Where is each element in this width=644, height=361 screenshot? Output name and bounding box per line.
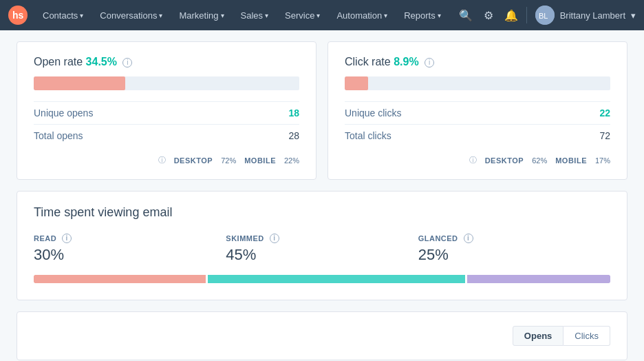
info-small-icon: ⓘ xyxy=(158,155,166,165)
mobile-label: MOBILE xyxy=(244,156,276,165)
main-content: Open rate 34.5% i Unique opens 18 Total … xyxy=(0,30,644,361)
desktop-value: 72% xyxy=(221,156,236,165)
glanced-value: 25% xyxy=(418,246,610,264)
skimmed-value: 45% xyxy=(226,246,418,264)
nav-item-reports[interactable]: Reports ▾ xyxy=(397,0,448,30)
svg-text:hs: hs xyxy=(12,10,24,21)
click-rate-card: Click rate 8.9% i Unique clicks 22 Total… xyxy=(328,41,627,180)
read-info-icon[interactable]: i xyxy=(62,234,72,243)
total-opens-label: Total opens xyxy=(34,130,83,141)
read-bar xyxy=(34,275,206,283)
svg-text:BL: BL xyxy=(539,12,548,20)
settings-icon[interactable]: ⚙ xyxy=(484,9,493,22)
opens-tab-button[interactable]: Opens xyxy=(513,326,564,346)
chevron-down-icon: ▾ xyxy=(316,12,320,19)
chevron-down-icon: ▾ xyxy=(438,12,441,19)
read-label: READ xyxy=(34,234,56,243)
glanced-bar xyxy=(467,275,610,283)
info-small-icon: ⓘ xyxy=(469,155,477,165)
bottom-card: Opens Clicks xyxy=(17,311,627,360)
open-rate-card: Open rate 34.5% i Unique opens 18 Total … xyxy=(17,41,316,180)
time-spent-title: Time spent viewing email xyxy=(34,205,610,220)
desktop-value: 62% xyxy=(532,156,547,165)
glanced-metric: GLANCED i 25% xyxy=(418,234,610,264)
glanced-info-icon[interactable]: i xyxy=(464,234,473,243)
unique-opens-row: Unique opens 18 xyxy=(34,101,299,124)
info-icon[interactable]: i xyxy=(122,58,132,68)
nav-item-service[interactable]: Service ▾ xyxy=(278,0,327,30)
mobile-value: 17% xyxy=(595,156,610,165)
nav-icons: 🔍 ⚙ 🔔 xyxy=(459,9,518,22)
desktop-label: DESKTOP xyxy=(485,156,524,165)
read-metric: READ i 30% xyxy=(34,234,226,264)
user-name: Brittany Lambert xyxy=(560,10,625,21)
chevron-down-icon: ▾ xyxy=(265,12,268,19)
time-spent-card: Time spent viewing email READ i 30% SKIM… xyxy=(17,191,627,300)
chevron-down-icon: ▾ xyxy=(384,12,387,19)
open-rate-value: 34.5% xyxy=(86,56,117,68)
desktop-label: DESKTOP xyxy=(174,156,213,165)
view-toggle-buttons: Opens Clicks xyxy=(513,326,610,346)
open-rate-progress-track xyxy=(34,76,299,90)
nav-item-marketing[interactable]: Marketing ▾ xyxy=(172,0,230,30)
nav-item-conversations[interactable]: Conversations ▾ xyxy=(93,0,169,30)
search-icon[interactable]: 🔍 xyxy=(459,9,473,22)
total-clicks-label: Total clicks xyxy=(345,130,391,141)
skimmed-info-icon[interactable]: i xyxy=(270,234,279,243)
unique-opens-value: 18 xyxy=(288,107,299,118)
click-rate-device-row: ⓘ DESKTOP 62% MOBILE 17% xyxy=(345,155,610,165)
click-rate-value: 8.9% xyxy=(394,56,418,68)
nav-item-sales[interactable]: Sales ▾ xyxy=(234,0,276,30)
click-rate-progress-track xyxy=(345,76,610,90)
info-icon[interactable]: i xyxy=(425,58,434,68)
nav-item-contacts[interactable]: Contacts ▾ xyxy=(36,0,90,30)
nav-user[interactable]: BL Brittany Lambert ▾ xyxy=(535,6,636,25)
glanced-label: GLANCED xyxy=(418,234,458,243)
unique-clicks-row: Unique clicks 22 xyxy=(345,101,610,124)
total-opens-value: 28 xyxy=(288,130,299,141)
open-rate-title: Open rate 34.5% i xyxy=(34,56,299,68)
unique-clicks-value: 22 xyxy=(599,107,610,118)
hubspot-logo[interactable]: hs xyxy=(8,6,28,25)
avatar: BL xyxy=(535,6,555,25)
total-clicks-row: Total clicks 72 xyxy=(345,124,610,147)
mobile-label: MOBILE xyxy=(555,156,587,165)
chevron-down-icon: ▾ xyxy=(159,12,162,19)
total-opens-row: Total opens 28 xyxy=(34,124,299,147)
total-clicks-value: 72 xyxy=(599,130,610,141)
chevron-down-icon: ▾ xyxy=(221,12,224,19)
chevron-down-icon: ▾ xyxy=(80,12,83,19)
chevron-down-icon: ▾ xyxy=(631,10,636,21)
time-bar-chart xyxy=(34,275,610,283)
click-rate-progress-fill xyxy=(345,76,368,90)
nav-item-automation[interactable]: Automation ▾ xyxy=(330,0,394,30)
nav-divider xyxy=(526,7,527,23)
notifications-icon[interactable]: 🔔 xyxy=(504,9,518,22)
skimmed-metric: SKIMMED i 45% xyxy=(226,234,418,264)
skimmed-bar xyxy=(208,275,465,283)
open-rate-device-row: ⓘ DESKTOP 72% MOBILE 22% xyxy=(34,155,299,165)
read-value: 30% xyxy=(34,246,226,264)
mobile-value: 22% xyxy=(284,156,299,165)
unique-opens-label: Unique opens xyxy=(34,107,93,118)
unique-clicks-label: Unique clicks xyxy=(345,107,401,118)
time-metrics-row: READ i 30% SKIMMED i 45% GLANCED i 25% xyxy=(34,234,610,264)
clicks-tab-button[interactable]: Clicks xyxy=(564,326,610,346)
metrics-cards-row: Open rate 34.5% i Unique opens 18 Total … xyxy=(17,41,627,180)
navbar: hs Contacts ▾ Conversations ▾ Marketing … xyxy=(0,0,644,30)
skimmed-label: SKIMMED xyxy=(226,234,264,243)
click-rate-title: Click rate 8.9% i xyxy=(345,56,610,68)
open-rate-progress-fill xyxy=(34,76,125,90)
